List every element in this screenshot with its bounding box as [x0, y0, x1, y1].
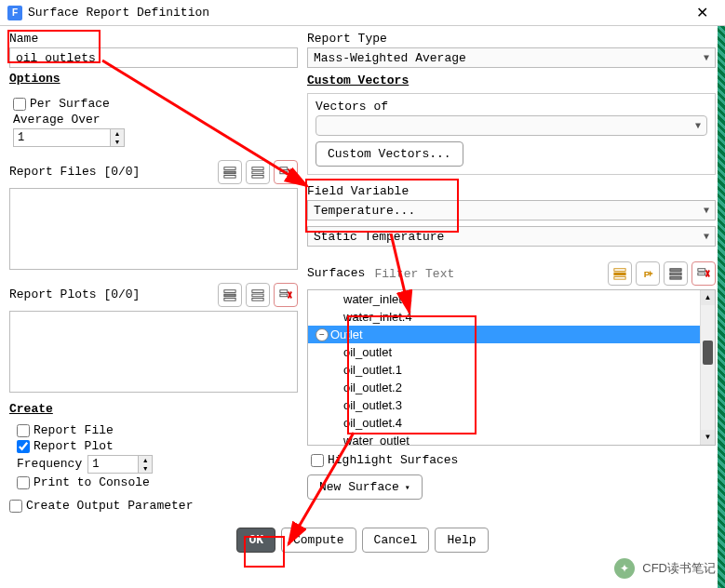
cancel-button[interactable]: Cancel: [362, 528, 430, 553]
name-label: Name: [9, 32, 298, 46]
svg-rect-14: [280, 290, 288, 293]
close-icon[interactable]: ✕: [687, 2, 718, 23]
frequency-spinner[interactable]: ▲▼: [87, 455, 153, 474]
svg-rect-0: [224, 167, 235, 170]
svg-rect-1: [224, 171, 235, 174]
scroll-thumb[interactable]: [703, 341, 713, 365]
average-over-label: Average Over: [13, 113, 294, 127]
help-button[interactable]: Help: [435, 528, 488, 553]
report-files-deselect-btn[interactable]: [246, 160, 270, 184]
report-plots-clear-btn[interactable]: [274, 283, 298, 307]
spin-up-icon[interactable]: ▲: [111, 129, 124, 138]
report-plot-checkbox[interactable]: [17, 440, 30, 453]
scroll-down-icon[interactable]: ▼: [701, 430, 715, 445]
vectors-of-label: Vectors of: [316, 100, 707, 114]
surfaces-toggle-btn[interactable]: [608, 261, 632, 286]
report-files-label: Report Files [0/0]: [9, 165, 140, 179]
app-icon: F: [7, 6, 22, 20]
custom-vectors-heading: Custom Vectors: [307, 74, 716, 87]
scrollbar[interactable]: ▲ ▼: [700, 290, 715, 445]
collapse-icon[interactable]: −: [316, 328, 329, 341]
surfaces-list[interactable]: water_inlet.3 water_inlet.4 − Outlet oil…: [307, 289, 716, 446]
surfaces-clear-btn[interactable]: [691, 261, 716, 286]
report-plots-deselect-btn[interactable]: [246, 283, 270, 307]
list-item[interactable]: water_inlet.3: [308, 290, 700, 308]
svg-rect-9: [224, 294, 235, 297]
report-plots-label: Report Plots [0/0]: [9, 287, 140, 301]
list-item[interactable]: oil_outlet.4: [308, 414, 700, 432]
svg-rect-3: [252, 167, 263, 170]
titlebar: F Surface Report Definition ✕: [0, 0, 725, 26]
list-item[interactable]: oil_outlet: [308, 343, 700, 361]
name-input[interactable]: [9, 47, 298, 68]
svg-rect-6: [280, 167, 288, 170]
svg-rect-22: [670, 277, 681, 280]
new-surface-button[interactable]: New Surface▾: [307, 474, 423, 500]
list-item[interactable]: oil_outlet.3: [308, 396, 700, 414]
options-heading: Options: [9, 72, 298, 86]
report-plots-list[interactable]: [9, 311, 298, 393]
per-surface-label: Per Surface: [30, 97, 110, 111]
scroll-up-icon[interactable]: ▲: [701, 290, 715, 305]
svg-rect-11: [252, 290, 263, 293]
field-variable-label: Field Variable: [307, 184, 716, 198]
average-over-input[interactable]: [14, 129, 110, 146]
button-bar: OK Compute Cancel Help: [0, 520, 725, 560]
field-category-dropdown[interactable]: Temperature...▼: [307, 200, 716, 220]
svg-rect-20: [670, 269, 681, 272]
wechat-icon: ✦: [614, 558, 635, 579]
vectors-of-dropdown[interactable]: ▼: [316, 115, 707, 136]
svg-rect-24: [698, 273, 705, 275]
report-files-list[interactable]: [9, 188, 298, 270]
spin-up-icon[interactable]: ▲: [139, 456, 152, 464]
print-console-checkbox[interactable]: [17, 476, 30, 489]
chevron-down-icon: ▼: [695, 121, 701, 131]
svg-rect-12: [252, 294, 263, 297]
report-type-dropdown[interactable]: Mass-Weighted Average▼: [307, 47, 716, 68]
field-variable-dropdown[interactable]: Static Temperature▼: [307, 226, 716, 247]
surfaces-select-all-btn[interactable]: [664, 261, 688, 286]
window-title: Surface Report Definition: [28, 6, 209, 20]
list-item[interactable]: oil_outlet.2: [308, 379, 700, 396]
svg-rect-16: [614, 269, 625, 272]
svg-rect-13: [252, 299, 263, 301]
surfaces-expand-btn[interactable]: F: [636, 261, 660, 286]
svg-rect-2: [224, 176, 235, 179]
report-plots-select-btn[interactable]: [218, 283, 242, 307]
surfaces-filter-input[interactable]: [369, 264, 608, 284]
chevron-down-icon: ▼: [704, 232, 709, 242]
svg-rect-8: [224, 290, 235, 293]
list-item[interactable]: water_inlet.4: [308, 308, 700, 326]
chevron-down-icon: ▼: [704, 53, 709, 63]
spin-down-icon[interactable]: ▼: [111, 138, 124, 146]
watermark: ✦ CFD读书笔记: [614, 558, 716, 579]
compute-button[interactable]: Compute: [281, 528, 356, 553]
list-item[interactable]: oil_outlet.1: [308, 361, 700, 379]
output-param-checkbox[interactable]: [9, 500, 22, 513]
svg-rect-21: [670, 273, 681, 275]
svg-rect-17: [614, 273, 625, 275]
svg-rect-4: [252, 171, 263, 174]
svg-rect-23: [698, 269, 705, 272]
report-plot-label: Report Plot: [34, 439, 114, 453]
create-heading: Create: [9, 402, 298, 416]
chevron-down-icon: ▾: [405, 482, 410, 493]
surfaces-label: Surfaces: [307, 266, 365, 280]
per-surface-checkbox[interactable]: [13, 98, 26, 111]
report-files-select-btn[interactable]: [218, 160, 242, 184]
list-item[interactable]: water_outlet: [308, 432, 700, 445]
custom-vectors-button[interactable]: Custom Vectors...: [316, 141, 463, 167]
tree-group-outlet[interactable]: − Outlet: [308, 326, 700, 343]
frequency-input[interactable]: [88, 456, 138, 473]
spin-down-icon[interactable]: ▼: [139, 464, 152, 473]
report-file-checkbox[interactable]: [17, 424, 30, 437]
decorative-edge: [718, 26, 725, 588]
chevron-down-icon: ▼: [704, 206, 709, 216]
average-over-spinner[interactable]: ▲▼: [13, 128, 125, 147]
report-files-clear-btn[interactable]: [274, 160, 298, 184]
highlight-checkbox[interactable]: [311, 454, 324, 467]
svg-rect-10: [224, 299, 235, 301]
ok-button[interactable]: OK: [236, 528, 275, 553]
highlight-label: Highlight Surfaces: [328, 453, 458, 467]
frequency-label: Frequency: [17, 457, 82, 471]
